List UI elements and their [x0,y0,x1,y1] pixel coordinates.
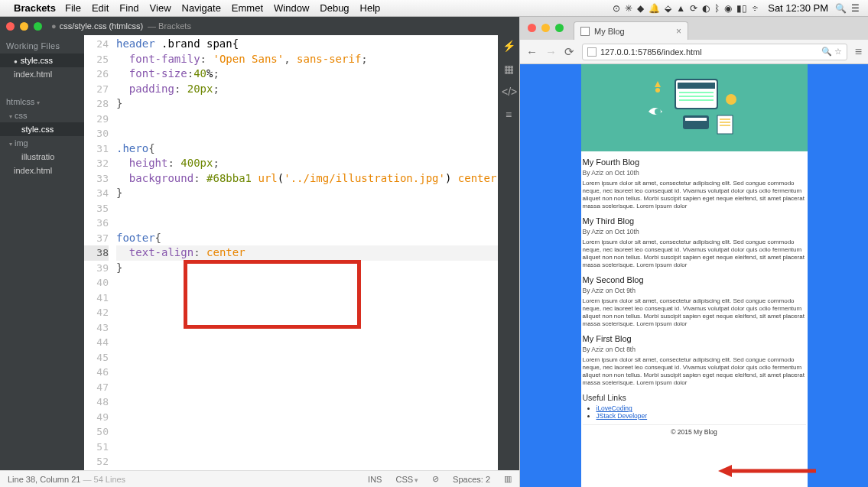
menu-window[interactable]: Window [274,2,309,14]
post-title: My Second Blog [583,275,806,284]
status-icon[interactable]: ◐ [702,3,710,14]
url-text: 127.0.0.1:57856/index.html [600,47,702,57]
project-name[interactable]: htmlcss ▾ [0,95,84,109]
illustration-icon [641,73,748,142]
tree-file[interactable]: illustratio [0,150,84,164]
menu-file[interactable]: File [65,2,81,14]
chevron-down-icon: ▾ [37,99,40,106]
extensions-icon[interactable]: ▦ [502,63,515,76]
wifi-icon[interactable]: ◉ [724,3,732,14]
line-gutter: 2425262728293031323334353637383940414243… [84,35,116,470]
url-bar[interactable]: 127.0.0.1:57856/index.html 🔍 ☆ [582,44,847,60]
bookmark-icon[interactable]: 🔍 ☆ [821,47,842,57]
forward-icon[interactable]: → [545,45,557,58]
svg-rect-10 [717,115,733,134]
language-mode[interactable]: CSS▾ [395,475,418,484]
post-meta: By Aziz on Oct 10th [583,228,806,235]
close-icon[interactable] [528,24,536,32]
tree-file[interactable]: style.css [0,122,84,136]
window-controls [6,22,42,31]
status-bar: Line 38, Column 21 — 54 Lines INS CSS▾ ⊘… [0,470,519,487]
browser-tab[interactable]: My Blog × [574,21,688,40]
page-icon [587,47,597,57]
brackets-window: ● css/style.css (htmlcss) — Brackets Wor… [0,17,520,487]
menu-help[interactable]: Help [360,2,381,14]
bluetooth-icon[interactable]: ᛒ [714,3,720,14]
post-meta: By Aziz on Oct 10th [583,169,806,177]
close-errors-icon[interactable]: ⊘ [432,474,439,484]
app-name[interactable]: Brackets [14,2,56,14]
wifi-icon[interactable]: ᯤ [752,3,761,14]
working-file[interactable]: index.html [0,67,84,81]
link[interactable]: iLoveCoding [597,404,632,412]
zoom-icon[interactable] [555,24,564,32]
clock[interactable]: Sat 12:30 PM [768,2,828,14]
post-body: Lorem ipsum dolor sit amet, consectetur … [583,356,806,387]
hamburger-icon[interactable]: ≡ [855,45,862,59]
folder-label: css [15,111,28,120]
zoom-icon[interactable] [34,22,42,31]
menu-edit[interactable]: Edit [92,2,109,14]
code-icon[interactable]: </> [502,86,515,99]
links-heading: Useful Links [583,393,806,402]
folder-label: htmlcss [6,97,34,106]
file-label: index.html [14,70,52,79]
chrome-toolbar: ← → ⟳ 127.0.0.1:57856/index.html 🔍 ☆ ≡ [520,40,868,64]
cursor-position: Line 38, Column 21 [8,475,80,484]
notifications-icon[interactable]: ☰ [851,3,860,14]
status-icon[interactable]: ✳ [625,3,632,14]
svg-rect-1 [678,83,715,89]
drive-icon[interactable]: ▲ [676,3,685,14]
tree-file[interactable]: index.html [0,164,84,177]
file-label: style.css [21,125,54,134]
folder[interactable]: ▾css [0,109,84,122]
menu-view[interactable]: View [150,2,171,14]
sidebar: Working Files ●style.css index.html html… [0,35,84,470]
battery-icon[interactable]: ▮▯ [736,3,747,14]
split-icon[interactable]: ▥ [504,474,512,484]
dropbox-icon[interactable]: ⬙ [665,3,671,14]
favicon-icon [580,27,590,36]
minimize-icon[interactable] [541,24,550,32]
status-icon[interactable]: ◆ [637,3,644,14]
indent-mode[interactable]: Spaces: 2 [453,475,490,484]
chevron-down-icon: ▾ [9,141,12,148]
sync-icon[interactable]: ⟳ [690,3,697,14]
svg-point-7 [655,109,661,115]
close-icon[interactable] [6,22,15,31]
folder[interactable]: ▾img [0,136,84,150]
line-count: 54 Lines [94,475,126,484]
page-content: My Fourth Blog By Aziz on Oct 10th Lorem… [581,64,808,487]
status-icon[interactable]: ⊙ [613,3,620,14]
close-tab-icon[interactable]: × [676,26,681,37]
code-editor[interactable]: 2425262728293031323334353637383940414243… [84,35,498,470]
file-label: style.css [21,56,53,65]
folder-label: img [15,138,28,148]
back-icon[interactable]: ← [526,45,538,58]
chevron-down-icon: ▾ [414,476,418,484]
icon-rail: ⚡ ▦ </> ≡ [498,35,519,470]
post-title: My Third Blog [583,216,806,226]
working-file[interactable]: ●style.css [0,54,84,67]
reload-icon[interactable]: ⟳ [564,45,574,59]
minimize-icon[interactable] [20,22,28,31]
svg-rect-9 [685,118,707,121]
svg-point-6 [726,94,736,105]
file-label: index.html [14,166,52,175]
post-title: My Fourth Blog [583,157,806,167]
live-preview-icon[interactable]: ⚡ [502,40,515,54]
menu-navigate[interactable]: Navigate [182,2,221,14]
dirty-dot-icon: ● [51,21,57,31]
svg-point-5 [655,88,660,93]
insert-mode[interactable]: INS [368,475,382,484]
link[interactable]: JStack Developer [597,412,648,420]
chrome-tabstrip: My Blog × [520,17,868,40]
spotlight-icon[interactable]: 🔍 [835,3,847,14]
menu-emmet[interactable]: Emmet [232,2,263,14]
menu-find[interactable]: Find [119,2,138,14]
title-file: css/style.css (htmlcss) [60,21,143,31]
bell-icon[interactable]: 🔔 [649,3,660,14]
code-content[interactable]: header .brand span{ font-family: 'Open S… [116,35,498,470]
stack-icon[interactable]: ≡ [502,109,515,122]
menu-debug[interactable]: Debug [320,2,349,14]
